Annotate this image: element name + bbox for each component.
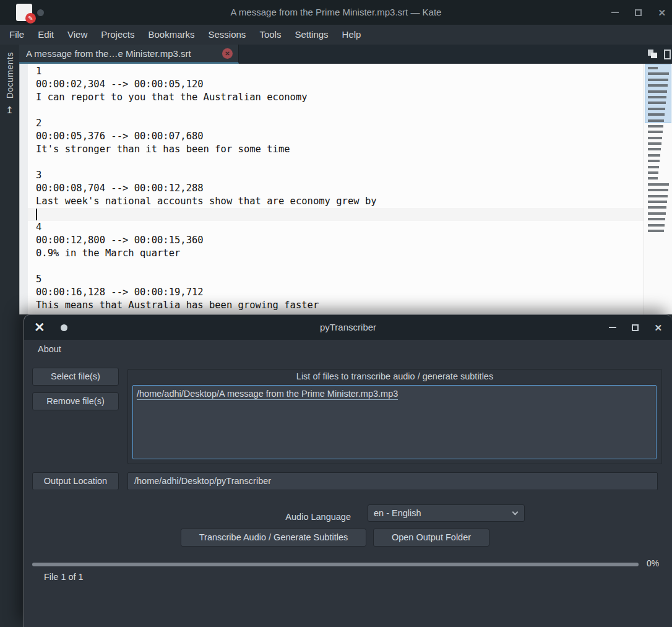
editor-line: It's stronger than it has been for some … bbox=[28, 143, 644, 156]
document-tab-label: A message from the…e Minister.mp3.srt bbox=[19, 48, 222, 59]
editor-line: 00:00:02,304 --> 00:00:05,120 bbox=[28, 78, 644, 91]
menu-edit[interactable]: Edit bbox=[31, 25, 61, 45]
editor-line: This means that Australia has been growi… bbox=[28, 299, 644, 312]
menu-settings[interactable]: Settings bbox=[288, 25, 335, 45]
kate-window-title: A message from the Prime Minister.mp3.sr… bbox=[0, 0, 672, 25]
progress-percent: 0% bbox=[647, 558, 659, 568]
kate-maximize-icon[interactable] bbox=[635, 9, 642, 16]
pytranscriber-window: ✕ pyTranscriber ✕ About Select file(s) R… bbox=[24, 314, 672, 627]
editor-line bbox=[28, 156, 644, 169]
audio-language-label: Audio Language bbox=[259, 508, 351, 525]
menu-view[interactable]: View bbox=[61, 25, 94, 45]
pytranscriber-close-icon[interactable]: ✕ bbox=[654, 323, 662, 332]
editor-line: 4 bbox=[28, 221, 644, 234]
document-tab[interactable]: A message from the…e Minister.mp3.srt ✕ bbox=[19, 45, 239, 64]
remove-files-button[interactable]: Remove file(s) bbox=[32, 392, 119, 410]
editor-line: 2 bbox=[28, 117, 644, 130]
editor-line bbox=[28, 260, 644, 273]
desktop: ✎ A message from the Prime Minister.mp3.… bbox=[0, 0, 672, 627]
editor-line: 00:00:12,800 --> 00:00:15,360 bbox=[28, 234, 644, 247]
menu-about[interactable]: About bbox=[33, 340, 66, 358]
editor-line: 5 bbox=[28, 273, 644, 286]
menu-tools[interactable]: Tools bbox=[252, 25, 288, 45]
up-arrow-icon: ↥ bbox=[6, 105, 14, 116]
file-list-group-title: List of files to transcribe audio / gene… bbox=[128, 371, 661, 381]
pytranscriber-window-title: pyTranscriber bbox=[24, 315, 672, 340]
kate-titlebar[interactable]: ✎ A message from the Prime Minister.mp3.… bbox=[0, 0, 672, 25]
editor-line: 00:00:05,376 --> 00:00:07,680 bbox=[28, 130, 644, 143]
menu-projects[interactable]: Projects bbox=[94, 25, 141, 45]
editor-line bbox=[28, 104, 644, 117]
output-location-button[interactable]: Output Location bbox=[32, 472, 119, 490]
editor-line: 3 bbox=[28, 169, 644, 182]
editor-line: 1 bbox=[28, 65, 644, 78]
documents-stack-icon[interactable] bbox=[648, 50, 658, 59]
sidebar-item-documents[interactable]: Documents bbox=[5, 52, 15, 98]
editor-line: 0.9% in the March quarter bbox=[28, 247, 644, 260]
menu-bookmarks[interactable]: Bookmarks bbox=[141, 25, 201, 45]
editor-line bbox=[28, 208, 644, 221]
editor-icon-border bbox=[20, 64, 28, 314]
menu-file[interactable]: File bbox=[2, 25, 31, 45]
pytranscriber-maximize-icon[interactable] bbox=[632, 324, 639, 331]
pytranscriber-menubar: About bbox=[24, 340, 672, 358]
editor-line: Last week's national accounts show that … bbox=[28, 195, 644, 208]
transcribe-button[interactable]: Transcribe Audio / Generate Subtitles bbox=[181, 529, 366, 547]
kate-close-icon[interactable]: ✕ bbox=[658, 8, 666, 17]
documents-sidebar: Documents ↥ bbox=[0, 45, 19, 627]
menu-help[interactable]: Help bbox=[335, 25, 368, 45]
chevron-down-icon bbox=[512, 509, 519, 516]
file-count-label: File 1 of 1 bbox=[44, 572, 84, 582]
text-editor[interactable]: 100:00:02,304 --> 00:00:05,120I can repo… bbox=[19, 64, 672, 314]
select-files-button[interactable]: Select file(s) bbox=[32, 368, 119, 386]
progress-bar bbox=[32, 563, 639, 566]
editor-line: I can report to you that the Australian … bbox=[28, 91, 644, 104]
audio-language-select[interactable]: en - English bbox=[368, 504, 525, 522]
tab-close-icon[interactable]: ✕ bbox=[222, 48, 233, 59]
editor-line: 00:00:16,128 --> 00:00:19,712 bbox=[28, 286, 644, 299]
open-output-folder-button[interactable]: Open Output Folder bbox=[373, 529, 489, 547]
output-location-field[interactable]: /home/adhi/Desktop/pyTranscriber bbox=[127, 472, 658, 490]
menu-sessions[interactable]: Sessions bbox=[202, 25, 253, 45]
file-list[interactable]: /home/adhi/Desktop/A message from the Pr… bbox=[132, 385, 657, 459]
editor-line: 00:00:08,704 --> 00:00:12,288 bbox=[28, 182, 644, 195]
file-list-item[interactable]: /home/adhi/Desktop/A message from the Pr… bbox=[137, 389, 398, 400]
file-list-groupbox: List of files to transcribe audio / gene… bbox=[127, 369, 662, 464]
new-document-icon[interactable] bbox=[664, 50, 671, 59]
editor-minimap[interactable] bbox=[644, 64, 672, 314]
editor-lines: 100:00:02,304 --> 00:00:05,120I can repo… bbox=[28, 65, 644, 312]
kate-minimize-icon[interactable] bbox=[611, 12, 619, 13]
pytranscriber-minimize-icon[interactable] bbox=[609, 327, 616, 328]
minimap-rows bbox=[648, 67, 669, 235]
kate-menubar: File Edit View Projects Bookmarks Sessio… bbox=[0, 25, 672, 45]
audio-language-selected-value: en - English bbox=[374, 508, 421, 518]
kate-tabbar: A message from the…e Minister.mp3.srt ✕ bbox=[0, 45, 672, 64]
text-cursor bbox=[36, 209, 37, 220]
pytranscriber-titlebar[interactable]: ✕ pyTranscriber ✕ bbox=[24, 315, 672, 340]
